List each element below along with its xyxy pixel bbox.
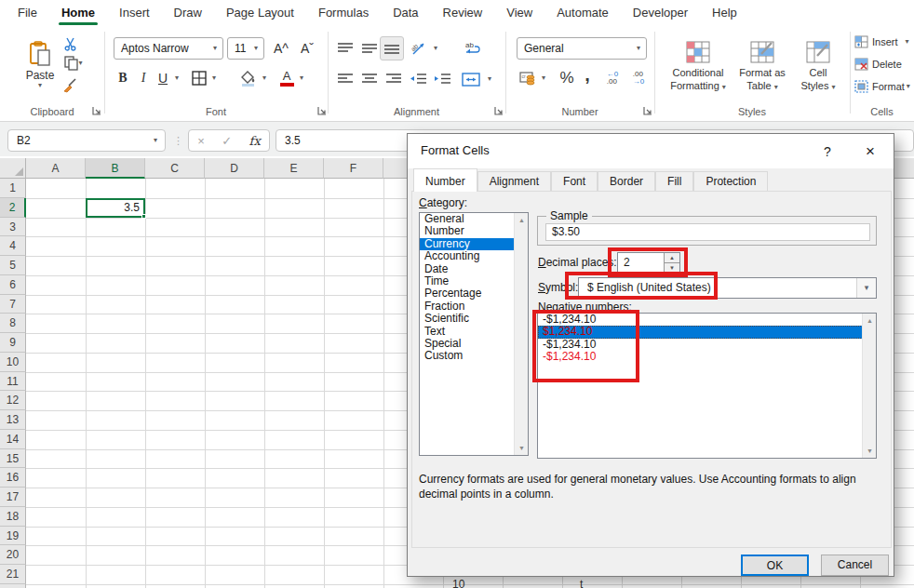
cut-button[interactable] [60,35,80,52]
dialog-tab-border[interactable]: Border [598,171,655,192]
tab-help[interactable]: Help [700,0,749,26]
row-header-17[interactable]: 17 [0,488,26,507]
category-item-date[interactable]: Date [420,263,528,275]
fill-handle[interactable] [141,214,146,219]
dialog-tab-alignment[interactable]: Alignment [477,171,551,192]
dialog-tab-number[interactable]: Number [413,168,477,192]
tab-insert[interactable]: Insert [107,0,162,26]
row-header-9[interactable]: 9 [0,333,26,353]
category-listbox[interactable]: ▲ ▼ GeneralNumberCurrencyAccountingDateT… [419,212,529,456]
copy-button[interactable]: ▾ [58,54,89,73]
cell-styles-button[interactable]: Cell Styles ▾ [791,32,845,100]
row-header-22[interactable]: 22 [0,584,26,588]
name-box[interactable]: B2 ▾ [7,129,166,152]
dialog-tab-fill[interactable]: Fill [655,171,693,192]
category-item-currency[interactable]: Currency [420,238,528,250]
paste-button[interactable]: Paste ▾ [20,32,60,99]
font-color-dropdown[interactable]: ▾ [296,67,307,89]
merge-center-dropdown[interactable]: ▾ [484,69,495,89]
align-bottom-button[interactable] [380,36,404,60]
delete-cells-button[interactable]: Delete [854,56,914,73]
row-header-19[interactable]: 19 [0,527,26,546]
category-item-general[interactable]: General [420,213,528,225]
row-header-1[interactable]: 1 [0,179,26,198]
select-all-corner[interactable] [0,158,26,179]
column-header-d[interactable]: D [205,158,264,179]
scroll-up-icon[interactable]: ▲ [515,213,529,227]
row-header-14[interactable]: 14 [0,430,26,449]
number-dialog-launcher[interactable] [643,106,653,116]
font-size-combo[interactable]: 11 ▾ [227,37,264,60]
category-item-time[interactable]: Time [420,275,528,287]
column-header-e[interactable]: E [264,158,324,179]
tab-draw[interactable]: Draw [162,0,214,26]
accounting-dropdown[interactable]: ▾ [538,67,549,89]
category-scrollbar[interactable]: ▲ ▼ [514,213,528,455]
format-painter-button[interactable] [60,76,80,95]
tab-automate[interactable]: Automate [544,0,621,26]
accounting-format-button[interactable]: cr [517,67,538,89]
row-header-10[interactable]: 10 [0,353,26,372]
tab-developer[interactable]: Developer [621,0,700,26]
row-header-16[interactable]: 16 [0,468,26,488]
percent-style-button[interactable]: % [555,65,579,91]
row-header-18[interactable]: 18 [0,507,26,527]
underline-button[interactable]: U [155,67,171,89]
cancel-button[interactable]: Cancel [821,555,889,576]
column-header-c[interactable]: C [145,158,205,179]
insert-cells-button[interactable]: Insert ▾ [854,33,914,50]
row-header-13[interactable]: 13 [0,410,26,430]
row-header-11[interactable]: 11 [0,372,26,392]
tab-home[interactable]: Home [49,0,107,26]
format-cells-button[interactable]: Format ▾ [854,78,914,95]
borders-button[interactable] [190,67,208,89]
chevron-down-icon[interactable]: ▾ [856,278,876,298]
align-middle-button[interactable] [359,39,380,58]
clipboard-dialog-launcher[interactable] [92,106,102,116]
row-header-6[interactable]: 6 [0,275,26,295]
row-header-20[interactable]: 20 [0,545,26,565]
scroll-down-icon[interactable]: ▼ [863,444,877,458]
close-icon[interactable]: × [860,141,880,162]
row-header-12[interactable]: 12 [0,391,26,410]
decrease-decimal-button[interactable]: .00→0 [627,67,650,89]
category-item-text[interactable]: Text [420,326,528,338]
category-item-fraction[interactable]: Fraction [420,301,528,313]
tab-formulas[interactable]: Formulas [306,0,381,26]
merge-center-button[interactable] [460,69,482,89]
category-item-special[interactable]: Special [420,338,528,350]
category-item-accounting[interactable]: Accounting [420,250,528,262]
align-left-button[interactable] [335,69,356,87]
grow-font-button[interactable]: A^ [270,37,292,60]
orientation-button[interactable]: ab [410,39,430,58]
dialog-tab-font[interactable]: Font [551,171,598,192]
conditional-formatting-button[interactable]: Conditional Formatting ▾ [663,32,733,100]
row-header-2[interactable]: 2 [0,198,26,218]
increase-indent-button[interactable] [432,69,452,87]
tab-review[interactable]: Review [431,0,495,26]
tab-data[interactable]: Data [381,0,430,26]
borders-dropdown[interactable]: ▾ [208,67,220,89]
fill-color-dropdown[interactable]: ▾ [259,67,270,89]
decrease-indent-button[interactable] [408,69,428,87]
align-center-button[interactable] [359,69,380,87]
name-box-resizer-icon[interactable]: ⋮ [173,129,183,152]
font-color-button[interactable]: A [277,67,296,89]
negative-scrollbar[interactable]: ▲ ▼ [862,314,876,458]
bold-button[interactable]: B [114,67,132,89]
category-item-custom[interactable]: Custom [420,350,528,362]
ok-button[interactable]: OK [741,555,809,576]
insert-function-icon[interactable]: fx [249,134,261,148]
column-header-f[interactable]: F [324,158,383,179]
row-header-4[interactable]: 4 [0,236,26,256]
underline-dropdown[interactable]: ▾ [171,67,182,89]
column-header-a[interactable]: A [26,158,86,179]
wrap-text-button[interactable]: ab [462,37,486,60]
row-header-21[interactable]: 21 [0,565,26,584]
align-top-button[interactable] [335,39,356,58]
align-right-button[interactable] [383,69,404,87]
scroll-down-icon[interactable]: ▼ [515,441,529,455]
selected-cell-b2[interactable]: 3.5 [86,198,145,218]
font-name-combo[interactable]: Aptos Narrow ▾ [114,37,223,60]
help-icon[interactable]: ? [817,141,838,162]
